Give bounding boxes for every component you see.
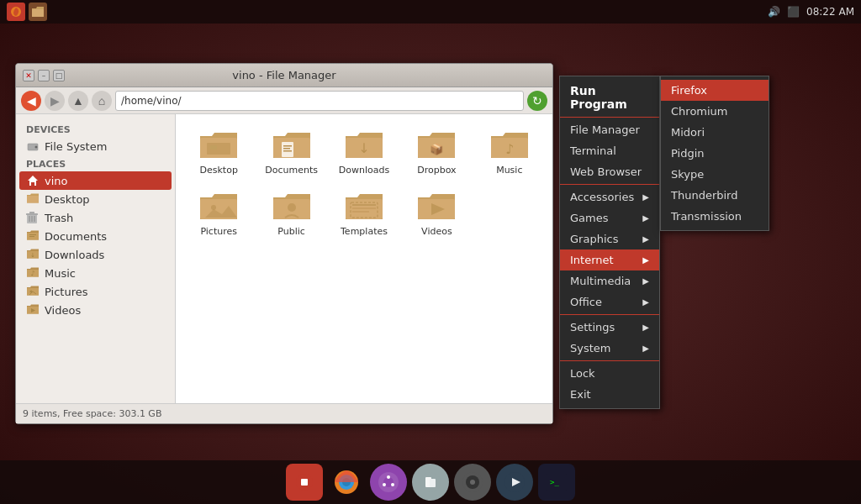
svg-point-39 [288,203,296,212]
fm-sidebar: DEVICES File System PLACES vino Desktop [16,114,176,403]
folder-pictures[interactable]: Pictures [186,186,251,240]
sidebar-item-pictures[interactable]: Pictures [16,282,175,301]
documents-folder-label: Documents [265,165,318,176]
pictures-folder-label: Pictures [200,226,237,237]
menu-file-manager[interactable]: File Manager [560,119,659,140]
svg-rect-13 [29,236,34,237]
folder-templates[interactable]: Templates [331,186,397,240]
dock-terminal[interactable]: >_ [538,464,575,501]
file-manager-window: ✕ – □ vino - File Manager ◀ ▶ ▲ ⌂ /home/… [15,63,553,424]
folder-downloads[interactable]: ↓ Downloads [331,124,397,179]
menu-system[interactable]: System ▶ [560,338,659,359]
sidebar-item-music[interactable]: ♪ Music [16,264,175,282]
menu-accessories[interactable]: Accessories ▶ [560,186,659,207]
svg-text:♪: ♪ [30,270,34,277]
home-button[interactable]: ⌂ [92,91,112,111]
sidebar-item-documents[interactable]: Documents [16,227,175,245]
submenu-transmission[interactable]: Transmission [661,206,769,227]
svg-rect-43 [352,211,369,213]
taskbar-top-left [7,3,47,21]
back-button[interactable]: ◀ [21,91,41,111]
refresh-button[interactable]: ↻ [527,91,547,111]
svg-text:↓: ↓ [358,140,369,156]
submenu-chromium[interactable]: Chromium [661,101,769,122]
menu-divider-3 [560,314,659,315]
sidebar-item-trash[interactable]: Trash [16,208,175,227]
svg-rect-29 [283,150,292,152]
volume-icon[interactable]: 🔊 [768,6,780,18]
videos-label: Videos [45,304,81,317]
svg-text:♪: ♪ [505,141,514,157]
submenu-midori[interactable]: Midori [661,122,769,143]
folder-desktop[interactable]: Desktop [186,124,251,179]
menu-internet[interactable]: Internet ▶ [560,249,659,270]
folder-documents[interactable]: Documents [258,124,324,179]
sidebar-item-filesystem[interactable]: File System [16,137,175,155]
dock-play[interactable] [496,464,533,501]
address-bar[interactable]: /home/vino/ [115,91,524,111]
menu-games[interactable]: Games ▶ [560,207,659,228]
taskbar-firefox-icon[interactable] [7,3,25,21]
folder-dropbox[interactable]: 📦 Dropbox [404,124,469,179]
sidebar-item-desktop[interactable]: Desktop [16,190,175,208]
dropbox-folder-label: Dropbox [417,165,456,176]
svg-point-3 [35,146,38,149]
sidebar-item-videos[interactable]: Videos [16,301,175,319]
menu-divider-4 [560,360,659,361]
svg-rect-48 [301,479,308,486]
submenu-thunderbird[interactable]: Thunderbird [661,185,769,206]
svg-rect-26 [282,142,293,157]
graphics-arrow: ▶ [642,234,649,244]
desktop-label: Desktop [45,193,90,206]
maximize-button[interactable]: □ [53,70,65,81]
close-button[interactable]: ✕ [23,70,34,81]
up-button[interactable]: ▲ [68,91,88,111]
menu-lock[interactable]: Lock [560,363,659,384]
folder-public[interactable]: Public [258,186,324,240]
menu-office[interactable]: Office ▶ [560,291,659,312]
dock-apps[interactable] [370,464,407,501]
places-label: PLACES [16,155,175,171]
dock-disk[interactable] [454,464,491,501]
pictures-icon [26,285,40,298]
trash-icon [26,211,40,224]
svg-text:↓: ↓ [30,252,35,259]
menu-graphics[interactable]: Graphics ▶ [560,228,659,249]
sidebar-item-downloads[interactable]: ↓ Downloads [16,245,175,264]
accessories-arrow: ▶ [642,192,649,202]
dock-firefox[interactable] [328,464,365,501]
games-arrow: ▶ [642,213,649,223]
window-controls: ✕ – □ [23,70,65,81]
desktop-folder-label: Desktop [200,165,238,176]
menu-multimedia[interactable]: Multimedia ▶ [560,270,659,291]
sidebar-item-vino[interactable]: vino [19,171,172,190]
submenu-skype[interactable]: Skype [661,164,769,185]
folder-videos[interactable]: Videos [404,186,469,240]
dock-recorder[interactable] [286,464,323,501]
internet-arrow: ▶ [642,255,649,265]
internet-submenu: Firefox Chromium Midori Pidgin Skype Thu… [660,76,769,231]
clock: 08:22 AM [806,6,854,18]
menu-exit[interactable]: Exit [560,384,659,405]
fm-titlebar: ✕ – □ vino - File Manager [16,64,552,87]
taskbar-folder-icon[interactable] [29,3,47,21]
devices-label: DEVICES [16,121,175,137]
menu-settings[interactable]: Settings ▶ [560,317,659,338]
battery-icon: ⬛ [787,6,800,18]
downloads-icon: ↓ [26,248,40,261]
folder-music[interactable]: ♪ Music [477,124,542,179]
templates-folder-label: Templates [341,226,388,237]
desktop-folder-icon [26,192,40,206]
submenu-firefox[interactable]: Firefox [661,80,769,101]
svg-point-55 [391,483,394,486]
forward-button[interactable]: ▶ [45,91,65,111]
submenu-pidgin[interactable]: Pidgin [661,143,769,164]
dock-files[interactable] [412,464,449,501]
menu-terminal[interactable]: Terminal [560,140,659,161]
menu-web-browser[interactable]: Web Browser [560,161,659,182]
menu-run-program[interactable]: Run Program [560,80,659,115]
app-menu: Run Program File Manager Terminal Web Br… [559,76,660,409]
svg-point-62 [470,480,475,485]
minimize-button[interactable]: – [38,70,50,81]
svg-rect-59 [430,479,436,487]
